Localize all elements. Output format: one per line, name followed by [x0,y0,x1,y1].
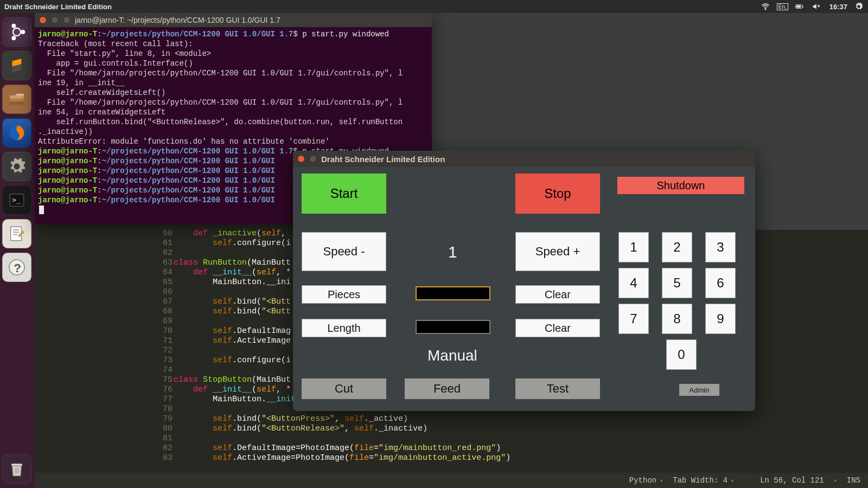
svg-rect-3 [796,5,801,8]
manual-section-label: Manual [427,347,477,364]
clear-pieces-button[interactable]: Clear [515,285,600,304]
keypad-1[interactable]: 1 [618,232,649,262]
code-gutter: 6061626364656667686970717273747576777879… [149,229,173,473]
speed-plus-button[interactable]: Speed + [515,232,600,271]
admin-button[interactable]: Admin [679,384,719,396]
length-label-button[interactable]: Length [302,319,386,337]
svg-point-7 [22,30,25,34]
keyboard-language-indicator[interactable]: En, [777,3,788,10]
editor-status-bar: Python Tab Width: 4 Ln 56, Col 121 INS [35,473,868,488]
launcher-terminal-icon[interactable]: >_ [2,185,31,215]
speed-value: 1 [448,243,457,261]
status-caret-pos: Ln 56, Col 121 [760,476,824,485]
minimize-icon[interactable] [51,16,59,24]
active-window-title: Draht Schneider Limited Edition [4,3,761,11]
svg-point-9 [12,24,16,28]
status-chevron[interactable] [834,476,837,485]
svg-rect-11 [10,99,24,102]
keypad-0[interactable]: 0 [666,339,697,370]
launcher-sublime-text-icon[interactable] [2,51,31,80]
svg-rect-2 [802,6,803,8]
length-input[interactable] [416,320,490,334]
sound-muted-icon[interactable] [811,2,821,11]
keypad-3[interactable]: 3 [705,232,736,262]
cut-button[interactable]: Cut [302,378,386,399]
keypad-4[interactable]: 4 [618,268,649,298]
launcher-firefox-icon[interactable] [2,118,31,147]
top-panel: Draht Schneider Limited Edition En, 16:3… [0,0,868,13]
unity-launcher: >_ ? [0,13,35,488]
keypad-5[interactable]: 5 [662,268,692,298]
status-tab-width[interactable]: Tab Width: 4 [673,476,734,485]
clear-length-button[interactable]: Clear [515,319,600,337]
app-titlebar[interactable]: Draht Schneider Limited Edition [293,151,755,167]
battery-icon[interactable] [795,2,805,11]
stop-button[interactable]: Stop [515,174,600,214]
svg-rect-16 [11,227,22,241]
pieces-input[interactable] [416,286,490,300]
status-insert-mode: INS [847,476,860,485]
keypad-9[interactable]: 9 [705,304,736,334]
launcher-text-editor-icon[interactable] [2,219,31,248]
pieces-label-button[interactable]: Pieces [302,285,386,304]
shutdown-button[interactable]: Shutdown [617,177,744,194]
maximize-icon[interactable] [63,16,71,24]
svg-rect-22 [11,464,22,466]
terminal-cursor [39,206,44,214]
keypad-2[interactable]: 2 [662,232,692,262]
start-button[interactable]: Start [302,174,386,214]
clock[interactable]: 16:37 [829,3,847,11]
status-language[interactable]: Python [629,476,663,485]
svg-point-0 [765,9,766,10]
svg-text:?: ? [14,261,21,275]
terminal-title: jarno@jarno-T: ~/projects/python/CCM-120… [75,16,280,24]
launcher-help-icon[interactable]: ? [2,253,31,282]
svg-rect-12 [10,101,24,105]
svg-text:>_: >_ [12,196,21,204]
launcher-settings-icon[interactable] [2,152,31,181]
svg-point-8 [12,37,16,40]
keypad-6[interactable]: 6 [705,268,736,298]
speed-minus-button[interactable]: Speed - [302,232,386,271]
minimize-icon[interactable] [309,155,317,163]
svg-rect-10 [10,95,24,99]
test-button[interactable]: Test [515,378,600,399]
close-icon[interactable] [297,155,305,163]
app-title: Draht Schneider Limited Edition [321,155,445,164]
dash-icon[interactable] [2,17,31,47]
svg-point-6 [13,28,21,36]
launcher-files-icon[interactable] [2,85,31,114]
feed-button[interactable]: Feed [405,378,489,399]
terminal-titlebar[interactable]: jarno@jarno-T: ~/projects/python/CCM-120… [35,13,432,27]
app-window: Draht Schneider Limited Edition Start St… [293,151,755,411]
wifi-icon[interactable] [761,2,770,11]
launcher-trash-icon[interactable] [2,454,31,484]
numeric-keypad: 1 2 3 4 5 6 7 8 9 0 [618,232,744,375]
close-icon[interactable] [39,16,47,24]
keypad-7[interactable]: 7 [618,304,649,334]
keypad-8[interactable]: 8 [662,304,692,334]
gear-icon[interactable] [854,2,864,11]
